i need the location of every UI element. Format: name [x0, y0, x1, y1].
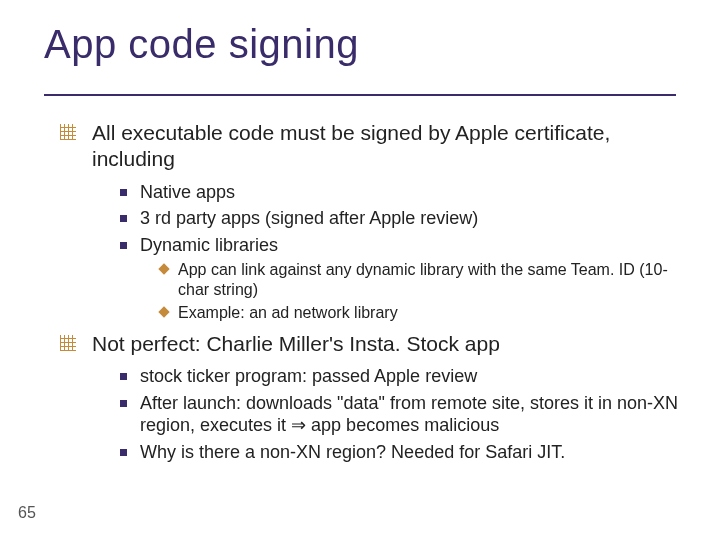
bullet-level3: App can link against any dynamic library… [160, 260, 680, 300]
bullet-level2: Dynamic libraries [120, 234, 680, 257]
level3-group: App can link against any dynamic library… [160, 260, 680, 323]
slide: App code signing All executable code mus… [0, 0, 720, 540]
bullet-level2: stock ticker program: passed Apple revie… [120, 365, 680, 388]
bullet-text: After launch: downloads "data" from remo… [140, 393, 678, 436]
slide-title: App code signing [44, 22, 359, 67]
title-rule [44, 94, 676, 96]
bullet-level3: Example: an ad network library [160, 303, 680, 323]
level2-group: Native apps 3 rd party apps (signed afte… [120, 181, 680, 324]
bullet-text: stock ticker program: passed Apple revie… [140, 366, 477, 386]
bullet-text: Native apps [140, 182, 235, 202]
bullet-text: Not perfect: Charlie Miller's Insta. Sto… [92, 332, 500, 355]
bullet-text: All executable code must be signed by Ap… [92, 121, 610, 170]
bullet-text: App can link against any dynamic library… [178, 261, 668, 298]
bullet-level1: Not perfect: Charlie Miller's Insta. Sto… [60, 331, 680, 357]
level2-group: stock ticker program: passed Apple revie… [120, 365, 680, 463]
bullet-level2: 3 rd party apps (signed after Apple revi… [120, 207, 680, 230]
bullet-level1: All executable code must be signed by Ap… [60, 120, 680, 173]
bullet-text: Example: an ad network library [178, 304, 398, 321]
slide-body: All executable code must be signed by Ap… [60, 120, 680, 469]
page-number: 65 [18, 504, 36, 522]
bullet-level2: After launch: downloads "data" from remo… [120, 392, 680, 437]
bullet-level2: Native apps [120, 181, 680, 204]
bullet-text: Why is there a non-XN region? Needed for… [140, 442, 565, 462]
bullet-level2: Why is there a non-XN region? Needed for… [120, 441, 680, 464]
bullet-text: 3 rd party apps (signed after Apple revi… [140, 208, 478, 228]
bullet-text: Dynamic libraries [140, 235, 278, 255]
